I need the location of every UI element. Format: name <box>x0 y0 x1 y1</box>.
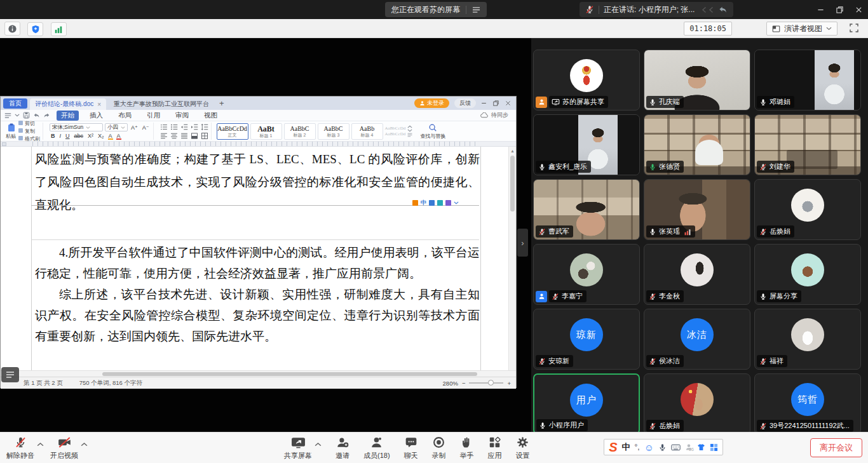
raise-hand-button[interactable]: 举手 <box>460 436 474 460</box>
participant-tile[interactable]: 刘建华 <box>754 114 861 175</box>
participant-tile[interactable]: 冰洁 侯冰洁 <box>644 309 750 370</box>
skin-shirt-icon[interactable] <box>697 443 705 451</box>
gallery-more-icon[interactable] <box>407 133 412 137</box>
fullscreen-button[interactable] <box>849 23 859 33</box>
ribbon-tab-references[interactable]: 引用 <box>142 111 165 121</box>
decrease-indent-icon[interactable] <box>180 123 188 131</box>
participant-tile[interactable]: 琼新 安琼新 <box>533 309 640 370</box>
minimize-button[interactable] <box>811 0 830 19</box>
sogou-logo[interactable]: S <box>609 441 617 453</box>
style-heading3[interactable]: AaBbC标题 3 <box>318 123 349 140</box>
ribbon-tab-review[interactable]: 审阅 <box>171 111 193 121</box>
fit-page-icon[interactable] <box>437 200 443 206</box>
wps-home-button[interactable]: 首页 <box>3 98 27 109</box>
participant-tile[interactable]: 福祥 <box>754 309 861 370</box>
gallery-down-icon[interactable] <box>407 129 412 132</box>
participant-tile[interactable]: 岳焕娟 <box>644 373 750 432</box>
highlight-color-button[interactable]: A <box>107 133 114 139</box>
emoji-icon[interactable]: ☺ <box>644 443 654 452</box>
settings-button[interactable]: 设置 <box>516 436 530 460</box>
undo-icon[interactable] <box>33 112 40 119</box>
doc-tab-active[interactable]: 评价结论-最终稿.doc × <box>30 98 106 110</box>
zoom-out-button[interactable]: − <box>462 380 466 387</box>
shading-icon[interactable] <box>191 132 198 140</box>
ime-language-mode[interactable]: 中 <box>622 441 630 453</box>
gallery-up-icon[interactable] <box>407 125 412 128</box>
doc-restore-button[interactable] <box>493 100 499 106</box>
scrollbar-thumb[interactable] <box>510 156 515 211</box>
font-color-button[interactable]: A <box>116 133 122 139</box>
ime-punctuation-mode[interactable]: °, <box>635 443 640 452</box>
align-center-icon[interactable] <box>170 132 178 140</box>
style-heading4[interactable]: AaBb标题 4 <box>351 123 383 140</box>
zoom-slider-knob[interactable] <box>488 380 494 386</box>
cut-button[interactable]: 剪切 <box>18 120 40 127</box>
keyboard-icon[interactable] <box>671 444 681 451</box>
login-button[interactable]: 未登录 <box>414 98 449 108</box>
video-options-chevron[interactable] <box>81 442 88 446</box>
shrink-font-button[interactable]: A⁻ <box>141 124 151 131</box>
participant-tile[interactable]: 鑫安利_唐乐 <box>533 114 640 175</box>
tab-close-icon[interactable]: × <box>97 101 101 108</box>
participant-tile[interactable]: 筠哲 39号22412501111192武... <box>754 373 861 432</box>
grow-font-button[interactable]: A⁺ <box>130 124 139 131</box>
restore-button[interactable] <box>830 0 849 19</box>
doc-close-button[interactable] <box>505 100 511 106</box>
style-heading1[interactable]: AaBt标题 1 <box>250 123 282 140</box>
ribbon-tab-layout[interactable]: 布局 <box>114 111 136 121</box>
marker-icon[interactable] <box>412 200 418 206</box>
doc-minimize-button[interactable] <box>481 100 487 106</box>
chevron-down-icon[interactable] <box>15 114 20 117</box>
style-preview[interactable]: AaBbCcDd <box>385 131 406 137</box>
security-button[interactable] <box>27 22 43 36</box>
ime-toolbar[interactable]: S 中 °, ☺ 26 <box>604 439 723 455</box>
document-canvas[interactable]: 风险监测与预警的准确度；构建了基于 LS、LEC、MES、LC 的风险评价库，创… <box>1 147 516 370</box>
language-mode-icon[interactable]: 中 <box>421 199 426 207</box>
font-size-select[interactable]: 小四 <box>105 123 128 131</box>
page-float-toolbar[interactable]: 中 <box>412 199 459 207</box>
zoom-in-button[interactable]: + <box>507 380 511 387</box>
align-left-icon[interactable] <box>160 132 168 140</box>
audio-options-chevron[interactable] <box>37 442 44 446</box>
annotation-menu-icon[interactable] <box>472 6 480 13</box>
tab-stop-selector[interactable] <box>2 142 6 146</box>
horizontal-scrollbar[interactable] <box>1 370 516 377</box>
zoom-slider[interactable] <box>469 382 503 384</box>
justify-icon[interactable] <box>180 132 188 140</box>
ribbon-tab-home[interactable]: 开始 <box>57 111 79 121</box>
ruler[interactable] <box>1 142 516 147</box>
start-video-button[interactable]: 开启视频 <box>50 436 78 460</box>
superscript-button[interactable]: X² <box>86 133 95 139</box>
find-replace-button[interactable]: 查找与替换 <box>417 123 448 140</box>
menu-icon[interactable] <box>4 112 11 119</box>
participant-tile[interactable]: 李嘉宁 <box>533 244 640 305</box>
participant-tile[interactable]: 孔庆端 <box>644 50 750 111</box>
voice-input-icon[interactable] <box>658 443 667 452</box>
redo-icon[interactable] <box>43 112 50 119</box>
scrollbar-thumb[interactable] <box>102 372 477 376</box>
participant-tile[interactable]: 邓璐娟 <box>754 50 861 111</box>
chat-button[interactable]: 聊天 <box>404 436 418 460</box>
annotation-tools-handle[interactable] <box>1 367 19 382</box>
style-normal[interactable]: AaBbCcDd正文 <box>217 123 248 140</box>
members-button[interactable]: 成员(18) <box>363 436 390 460</box>
share-options-chevron[interactable] <box>315 442 322 446</box>
screen-watch-banner[interactable]: 您正在观看苏的屏幕 <box>385 2 487 17</box>
leave-meeting-button[interactable]: 离开会议 <box>810 438 862 457</box>
participant-tile[interactable]: 李金秋 <box>644 244 750 305</box>
bold-button[interactable]: B <box>50 133 57 139</box>
line-spacing-icon[interactable] <box>201 123 208 131</box>
new-tab-button[interactable]: + <box>217 98 227 108</box>
ime-skin-icon[interactable]: 26 <box>685 443 693 451</box>
strikethrough-button[interactable]: abc <box>73 133 85 139</box>
comment-tool-icon[interactable] <box>445 200 451 206</box>
borders-icon[interactable] <box>201 132 208 140</box>
paste-button[interactable]: 粘贴 <box>6 123 16 140</box>
unmute-button[interactable]: 解除静音 <box>6 436 34 460</box>
scroll-up-arrow[interactable]: ▲ <box>509 147 516 154</box>
style-preview[interactable]: AaBbCcDd <box>385 126 406 131</box>
underline-button[interactable]: U <box>64 133 71 139</box>
close-button[interactable] <box>849 0 868 19</box>
ribbon-tab-insert[interactable]: 插入 <box>85 111 107 121</box>
apps-button[interactable]: 应用 <box>488 436 502 460</box>
